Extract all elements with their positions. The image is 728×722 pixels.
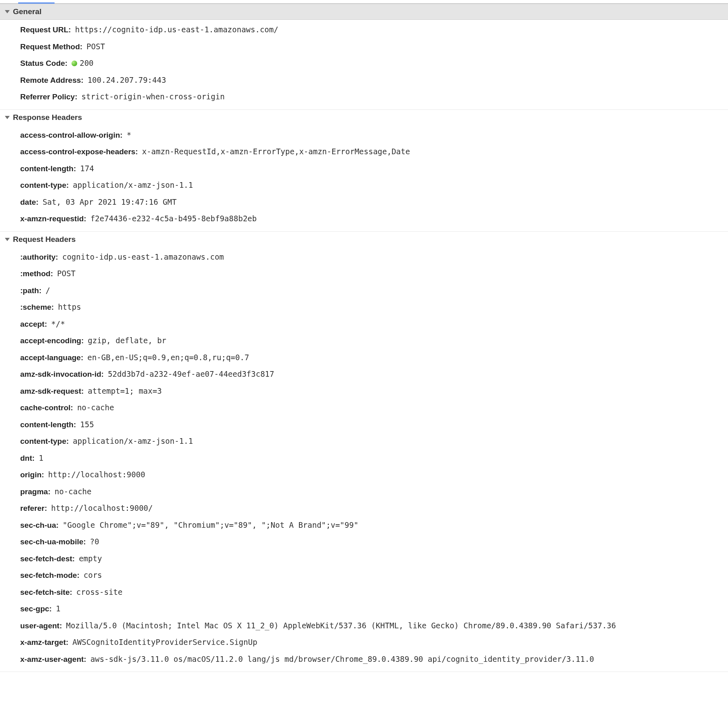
header-row: amz-sdk-request:attempt=1; max=3 xyxy=(0,383,728,400)
header-label: dnt: xyxy=(20,453,35,464)
header-label: origin: xyxy=(20,469,44,481)
header-value: application/x-amz-json-1.1 xyxy=(73,435,193,447)
header-label: content-type: xyxy=(20,180,69,191)
section-request-headers: Request Headers :authority:cognito-idp.u… xyxy=(0,232,728,672)
chevron-down-icon xyxy=(5,10,10,13)
header-row: accept:*/* xyxy=(0,316,728,333)
header-row: sec-fetch-dest:empty xyxy=(0,550,728,567)
header-label: :path: xyxy=(20,285,42,297)
header-value: strict-origin-when-cross-origin xyxy=(82,91,225,103)
section-title: Response Headers xyxy=(13,113,82,122)
header-label: user-agent: xyxy=(20,620,62,632)
section-response-headers-header[interactable]: Response Headers xyxy=(0,110,728,125)
header-value: cors xyxy=(84,569,102,581)
header-label: referer: xyxy=(20,503,47,514)
header-row: content-type:application/x-amz-json-1.1 xyxy=(0,177,728,194)
header-row: accept-language:en-GB,en-US;q=0.9,en;q=0… xyxy=(0,349,728,366)
section-request-headers-header[interactable]: Request Headers xyxy=(0,232,728,247)
header-label: amz-sdk-invocation-id: xyxy=(20,369,104,380)
header-row: Referrer Policy:strict-origin-when-cross… xyxy=(0,88,728,105)
header-label: amz-sdk-request: xyxy=(20,386,84,397)
header-row: dnt:1 xyxy=(0,450,728,467)
header-value: AWSCognitoIdentityProviderService.SignUp xyxy=(72,636,257,648)
header-label: Remote Address: xyxy=(20,75,84,86)
header-value: http://localhost:9000 xyxy=(48,469,145,481)
header-row: sec-ch-ua-mobile:?0 xyxy=(0,533,728,550)
header-row: :authority:cognito-idp.us-east-1.amazona… xyxy=(0,249,728,266)
header-row: content-type:application/x-amz-json-1.1 xyxy=(0,433,728,450)
status-dot-icon xyxy=(72,61,77,66)
header-label: access-control-allow-origin: xyxy=(20,130,122,141)
top-tab-strip xyxy=(0,0,728,4)
header-row: referer:http://localhost:9000/ xyxy=(0,500,728,517)
header-value: Mozilla/5.0 (Macintosh; Intel Mac OS X 1… xyxy=(66,620,616,632)
header-row: :path:/ xyxy=(0,282,728,299)
header-label: Referrer Policy: xyxy=(20,91,78,103)
header-label: date: xyxy=(20,197,38,208)
header-row: sec-fetch-site:cross-site xyxy=(0,584,728,601)
section-request-headers-body: :authority:cognito-idp.us-east-1.amazona… xyxy=(0,247,728,672)
header-value: Sat, 03 Apr 2021 19:47:16 GMT xyxy=(42,196,177,208)
header-row: sec-fetch-mode:cors xyxy=(0,567,728,584)
devtools-headers-panel: General Request URL:https://cognito-idp.… xyxy=(0,0,728,672)
section-title: Request Headers xyxy=(13,235,76,244)
header-value: 155 xyxy=(80,419,94,430)
section-title: General xyxy=(13,7,42,16)
header-value: https://cognito-idp.us-east-1.amazonaws.… xyxy=(75,24,278,36)
header-label: sec-ch-ua-mobile: xyxy=(20,536,86,548)
header-label: cache-control: xyxy=(20,402,73,414)
header-value: cognito-idp.us-east-1.amazonaws.com xyxy=(62,251,224,263)
header-value: x-amzn-RequestId,x-amzn-ErrorType,x-amzn… xyxy=(142,146,410,157)
header-label: Request Method: xyxy=(20,41,82,53)
header-value: attempt=1; max=3 xyxy=(88,385,162,397)
header-value: / xyxy=(46,285,50,296)
header-label: content-length: xyxy=(20,419,76,431)
header-label: x-amzn-requestid: xyxy=(20,213,86,225)
header-row: content-length:155 xyxy=(0,416,728,433)
chevron-down-icon xyxy=(5,116,10,119)
header-row: Remote Address:100.24.207.79:443 xyxy=(0,72,728,89)
header-value: * xyxy=(126,129,131,141)
header-value: 174 xyxy=(80,163,94,174)
header-value: f2e74436-e232-4c5a-b495-8ebf9a88b2eb xyxy=(90,213,257,225)
header-value: cross-site xyxy=(76,586,122,598)
section-response-headers-body: access-control-allow-origin:*access-cont… xyxy=(0,125,728,231)
header-value: en-GB,en-US;q=0.9,en;q=0.8,ru;q=0.7 xyxy=(87,352,249,363)
header-label: Request URL: xyxy=(20,24,71,36)
header-label: pragma: xyxy=(20,486,50,498)
header-label: :scheme: xyxy=(20,302,54,313)
header-label: sec-fetch-dest: xyxy=(20,553,75,565)
header-label: content-length: xyxy=(20,163,76,175)
header-label: accept: xyxy=(20,319,47,330)
header-value: */* xyxy=(51,318,65,330)
header-value: gzip, deflate, br xyxy=(88,335,166,346)
header-label: x-amz-target: xyxy=(20,637,68,649)
header-row: access-control-allow-origin:* xyxy=(0,127,728,144)
section-general-header[interactable]: General xyxy=(0,4,728,20)
header-row: origin:http://localhost:9000 xyxy=(0,466,728,483)
header-value: 200 xyxy=(72,57,93,69)
header-label: x-amz-user-agent: xyxy=(20,654,86,665)
chevron-down-icon xyxy=(5,238,10,241)
header-label: access-control-expose-headers: xyxy=(20,146,138,158)
header-value: POST xyxy=(57,268,76,279)
header-row: Request URL:https://cognito-idp.us-east-… xyxy=(0,21,728,38)
header-label: accept-encoding: xyxy=(20,335,84,347)
header-row: amz-sdk-invocation-id:52dd3b7d-a232-49ef… xyxy=(0,366,728,383)
header-label: content-type: xyxy=(20,436,69,447)
header-value: 100.24.207.79:443 xyxy=(88,74,166,86)
header-value: https xyxy=(58,301,81,313)
header-row: x-amz-user-agent:aws-sdk-js/3.11.0 os/ma… xyxy=(0,651,728,668)
section-response-headers: Response Headers access-control-allow-or… xyxy=(0,110,728,232)
header-value: 52dd3b7d-a232-49ef-ae07-44eed3f3c817 xyxy=(108,368,274,380)
header-row: :method:POST xyxy=(0,265,728,282)
section-general: General Request URL:https://cognito-idp.… xyxy=(0,4,728,110)
header-row: x-amzn-requestid:f2e74436-e232-4c5a-b495… xyxy=(0,210,728,227)
header-label: sec-fetch-mode: xyxy=(20,570,80,581)
header-value: 1 xyxy=(56,603,60,615)
header-label: sec-ch-ua: xyxy=(20,520,59,531)
header-row: cache-control:no-cache xyxy=(0,399,728,416)
header-value: POST xyxy=(86,41,105,52)
header-row: content-length:174 xyxy=(0,160,728,177)
header-row: sec-ch-ua:"Google Chrome";v="89", "Chrom… xyxy=(0,517,728,534)
